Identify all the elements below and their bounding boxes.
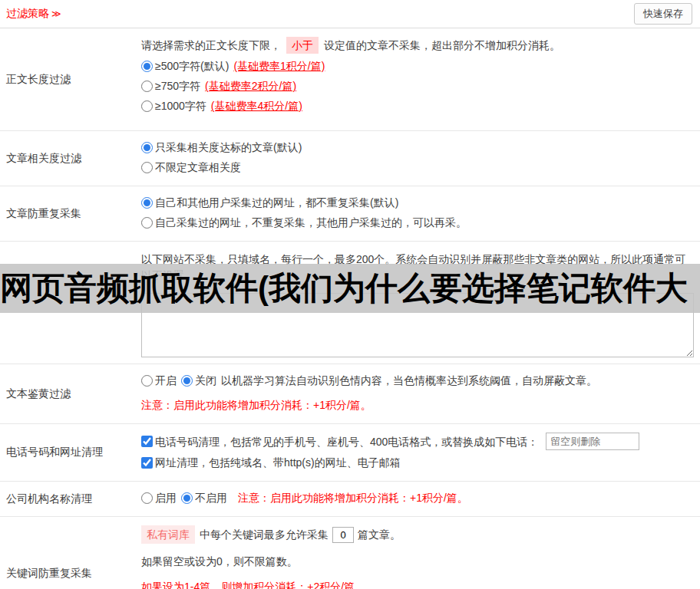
url-clean-text: 网址清理，包括纯域名、带http(s)的网址、电子邮箱 bbox=[155, 455, 401, 470]
company-option-off[interactable]: 不启用 bbox=[181, 490, 227, 505]
row-dedupe-filter: 文章防重复采集 自己和其他用户采集过的网址，都不重复采集(默认) 自己采集过的网… bbox=[0, 186, 700, 242]
dedupe-option-self-radio[interactable] bbox=[141, 217, 153, 229]
relevance-option-strict[interactable]: 只采集相关度达标的文章(默认) bbox=[141, 140, 302, 155]
keyword-line2: 如果留空或设为0，则不限篇数。 bbox=[141, 554, 692, 569]
length-filter-intro: 请选择需求的正文长度下限， 小于 设定值的文章不采集，超出部分不增加积分消耗。 bbox=[141, 37, 692, 54]
length-option-1000-radio[interactable] bbox=[141, 100, 153, 112]
company-option-on-radio[interactable] bbox=[141, 492, 153, 504]
dedupe-option-self[interactable]: 自己采集过的网址，不重复采集，其他用户采集过的，可以再采。 bbox=[141, 215, 467, 230]
company-option-off-radio[interactable] bbox=[181, 492, 193, 504]
intro-post: 设定值的文章不采集，超出部分不增加积分消耗。 bbox=[324, 38, 560, 53]
length-option-500-note: (基础费率1积分/篇) bbox=[233, 58, 325, 74]
phone-url-clean-label: 电话号码和网址清理 bbox=[0, 424, 137, 481]
dedupe-filter-label: 文章防重复采集 bbox=[0, 186, 137, 241]
dedupe-option-global-text: 自己和其他用户采集过的网址，都不重复采集(默认) bbox=[155, 195, 398, 210]
relevance-option-any[interactable]: 不限定文章相关度 bbox=[141, 160, 241, 175]
porn-filter-label: 文本鉴黄过滤 bbox=[0, 364, 137, 423]
intro-pre: 请选择需求的正文长度下限， bbox=[141, 38, 281, 53]
title-expand-icon: ≫ bbox=[51, 8, 61, 19]
porn-option-on-radio[interactable] bbox=[141, 375, 153, 387]
relevance-option-strict-text: 只采集相关度达标的文章(默认) bbox=[155, 140, 302, 155]
length-option-750-text: ≥750字符 bbox=[155, 78, 200, 94]
phone-replacement-input[interactable] bbox=[546, 433, 639, 450]
page-header: 过滤策略≫ 快速保存 bbox=[0, 0, 700, 28]
company-option-on-text: 启用 bbox=[155, 490, 177, 505]
row-relevance-filter: 文章相关度过滤 只采集相关度达标的文章(默认) 不限定文章相关度 bbox=[0, 131, 700, 186]
keyword-line3: 如果设为1-4篇，则增加积分消耗：+2积分/篇。 bbox=[141, 579, 692, 589]
company-clean-label: 公司机构名称清理 bbox=[0, 482, 137, 516]
porn-option-off[interactable]: 关闭 bbox=[181, 373, 216, 388]
row-porn-filter: 文本鉴黄过滤 开启 关闭 以机器学习算法自动识别色情内容，当色情概率达到系统阈值… bbox=[0, 364, 700, 424]
intro-highlight: 小于 bbox=[286, 37, 319, 54]
porn-filter-description: 以机器学习算法自动识别色情内容，当色情概率达到系统阈值，自动屏蔽文章。 bbox=[221, 373, 597, 388]
length-option-750-radio[interactable] bbox=[141, 81, 153, 92]
quick-save-button[interactable]: 快速保存 bbox=[634, 3, 692, 25]
porn-option-off-radio[interactable] bbox=[181, 375, 193, 387]
private-lexicon-link[interactable]: 私有词库 bbox=[141, 525, 195, 544]
length-option-500[interactable]: ≥500字符(默认) bbox=[141, 58, 229, 74]
length-option-750[interactable]: ≥750字符 bbox=[141, 78, 200, 94]
keyword-dedupe-label: 关键词防重复采集 bbox=[0, 517, 137, 589]
relevance-filter-label: 文章相关度过滤 bbox=[0, 131, 137, 186]
length-filter-label: 正文长度过滤 bbox=[0, 28, 137, 130]
length-option-1000-note: (基础费率4积分/篇) bbox=[211, 98, 302, 114]
keyword-line1-end: 篇文章。 bbox=[358, 527, 401, 542]
dedupe-option-global-radio[interactable] bbox=[141, 197, 153, 209]
relevance-option-any-text: 不限定文章相关度 bbox=[155, 160, 241, 175]
page-title-wrap[interactable]: 过滤策略≫ bbox=[6, 7, 61, 21]
row-keyword-dedupe: 关键词防重复采集 私有词库 中每个关键词最多允许采集 篇文章。 如果留空或设为0… bbox=[0, 517, 700, 589]
row-company-clean: 公司机构名称清理 启用 不启用 注意：启用此功能将增加积分消耗：+1积分/篇。 bbox=[0, 482, 700, 517]
keyword-line1-mid: 中每个关键词最多允许采集 bbox=[200, 527, 329, 542]
dedupe-option-self-text: 自己采集过的网址，不重复采集，其他用户采集过的，可以再采。 bbox=[155, 215, 467, 230]
phone-clean-option[interactable]: 电话号码清理，包括常见的手机号、座机号、400电话格式，或替换成如下电话： bbox=[141, 434, 538, 449]
company-clean-note: 注意：启用此功能将增加积分消耗：+1积分/篇。 bbox=[238, 490, 468, 505]
company-option-on[interactable]: 启用 bbox=[141, 490, 177, 505]
page-title: 过滤策略 bbox=[6, 7, 49, 19]
row-phone-url-clean: 电话号码和网址清理 电话号码清理，包括常见的手机号、座机号、400电话格式，或替… bbox=[0, 424, 700, 482]
company-option-off-text: 不启用 bbox=[195, 490, 227, 505]
overlay-banner: 网页音频抓取软件(我们为什么要选择笔记软件大 bbox=[0, 264, 700, 313]
length-option-500-radio[interactable] bbox=[141, 61, 153, 72]
url-clean-checkbox[interactable] bbox=[141, 457, 153, 469]
length-option-750-note: (基础费率2积分/篇) bbox=[205, 78, 296, 94]
keyword-count-input[interactable] bbox=[332, 527, 354, 543]
porn-option-on-text: 开启 bbox=[155, 373, 177, 388]
porn-filter-note: 注意：启用此功能将增加积分消耗：+1积分/篇。 bbox=[141, 397, 692, 413]
phone-clean-text: 电话号码清理，包括常见的手机号、座机号、400电话格式，或替换成如下电话： bbox=[155, 434, 538, 449]
overlay-banner-text: 网页音频抓取软件(我们为什么要选择笔记软件大 bbox=[0, 272, 688, 304]
length-option-1000[interactable]: ≥1000字符 bbox=[141, 98, 206, 114]
row-length-filter: 正文长度过滤 请选择需求的正文长度下限， 小于 设定值的文章不采集，超出部分不增… bbox=[0, 28, 700, 131]
length-filter-content: 请选择需求的正文长度下限， 小于 设定值的文章不采集，超出部分不增加积分消耗。 … bbox=[137, 28, 700, 130]
relevance-option-any-radio[interactable] bbox=[141, 162, 153, 173]
length-option-1000-text: ≥1000字符 bbox=[155, 98, 206, 114]
filter-strategy-page: 过滤策略≫ 快速保存 正文长度过滤 请选择需求的正文长度下限， 小于 设定值的文… bbox=[0, 0, 700, 589]
porn-option-on[interactable]: 开启 bbox=[141, 373, 177, 388]
relevance-option-strict-radio[interactable] bbox=[141, 142, 153, 153]
phone-clean-checkbox[interactable] bbox=[141, 436, 153, 447]
porn-option-off-text: 关闭 bbox=[195, 373, 216, 388]
dedupe-option-global[interactable]: 自己和其他用户采集过的网址，都不重复采集(默认) bbox=[141, 195, 398, 210]
length-option-500-text: ≥500字符(默认) bbox=[155, 58, 229, 74]
url-clean-option[interactable]: 网址清理，包括纯域名、带http(s)的网址、电子邮箱 bbox=[141, 455, 401, 470]
